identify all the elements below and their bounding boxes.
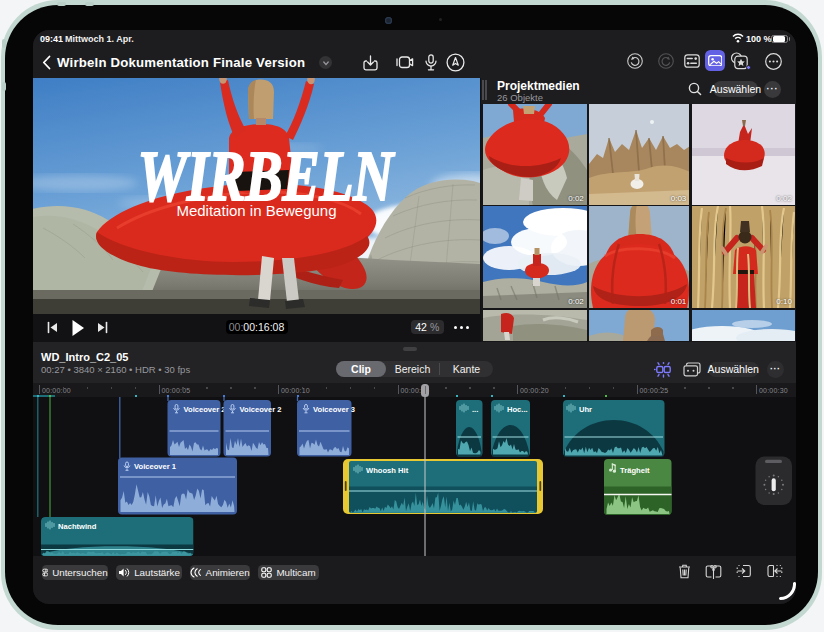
svg-text:Uhr: Uhr [579, 405, 592, 414]
svg-text:Trägheit: Trägheit [620, 466, 650, 475]
svg-text:Nachtwind: Nachtwind [58, 522, 97, 531]
svg-text:...: ... [472, 405, 478, 414]
svg-text:Whoosh Hit: Whoosh Hit [366, 466, 409, 475]
svg-text:Voiceover 3: Voiceover 3 [313, 405, 355, 414]
svg-text:Voiceover 2: Voiceover 2 [184, 405, 226, 414]
svg-text:Voiceover 1: Voiceover 1 [134, 462, 177, 471]
svg-text:Hoc...: Hoc... [507, 405, 528, 414]
svg-text:Voiceover 2: Voiceover 2 [240, 405, 282, 414]
